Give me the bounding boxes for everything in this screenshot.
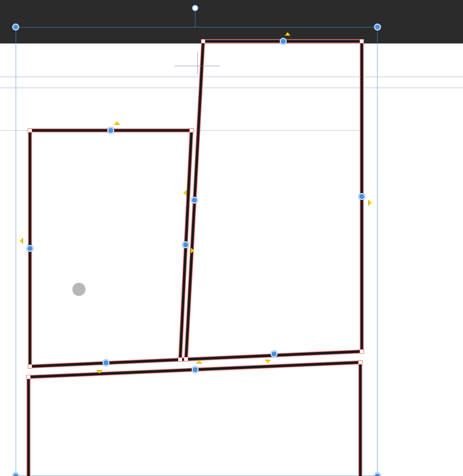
flip-control-up[interactable] [285, 32, 291, 36]
flip-control-down[interactable] [96, 370, 102, 374]
wall-endpoint[interactable] [28, 128, 32, 133]
selection-handle-wall-mid[interactable] [27, 245, 33, 252]
wall-endpoint[interactable] [26, 375, 31, 379]
wall-endpoint[interactable] [360, 349, 364, 354]
selection-handle-wall-mid[interactable] [271, 351, 277, 357]
selection-handle-wall-mid[interactable] [103, 359, 109, 366]
selection-handle-wall-mid[interactable] [191, 197, 198, 203]
cursor-crosshair-v [197, 52, 198, 74]
flip-control-right[interactable] [368, 200, 372, 206]
selection-handle-bottom-right[interactable] [374, 473, 381, 476]
selection-handle-wall-mid[interactable] [358, 193, 365, 200]
selection-handle-wall-mid[interactable] [280, 38, 286, 45]
selection-handle-top-left[interactable] [12, 24, 19, 30]
wall-endpoint[interactable] [360, 39, 364, 43]
flip-control-right[interactable] [191, 248, 194, 254]
wall-endpoint[interactable] [28, 364, 32, 369]
wall-endpoint[interactable] [358, 360, 363, 365]
wall-endpoint[interactable] [189, 128, 194, 133]
selection-handle-wall-mid[interactable] [192, 366, 198, 373]
flip-control-left[interactable] [19, 238, 23, 244]
wall-endpoint[interactable] [184, 357, 188, 361]
selection-handle-top-right[interactable] [374, 24, 381, 30]
flip-control-up[interactable] [196, 360, 202, 363]
flip-control-up[interactable] [114, 121, 120, 125]
selection-bounding-box[interactable] [16, 27, 377, 476]
selection-origin-handle[interactable] [192, 5, 198, 11]
flip-control-down[interactable] [265, 360, 271, 363]
flip-control-left[interactable] [183, 190, 187, 196]
selection-handle-wall-mid[interactable] [182, 241, 189, 248]
drawing-canvas[interactable] [0, 0, 463, 476]
wall-endpoint[interactable] [178, 357, 182, 362]
room-reference-dot [72, 283, 86, 296]
selection-handle-wall-mid[interactable] [107, 127, 114, 134]
wall-endpoint[interactable] [201, 39, 205, 43]
